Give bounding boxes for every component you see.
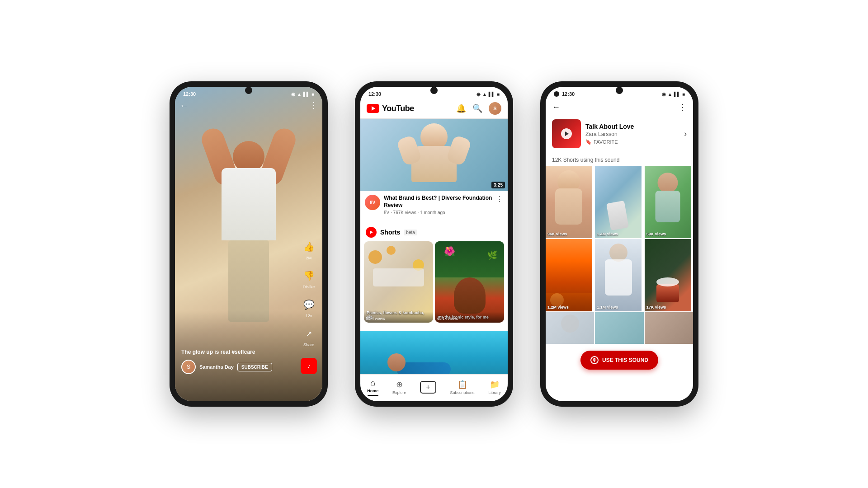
like-count: 2M (306, 256, 312, 260)
shorts-section: Shorts beta Picnics, flowers & kombucha,… (360, 222, 508, 327)
comment-button[interactable]: 💬 12x (301, 296, 317, 318)
nav-library[interactable]: 📁 Library (488, 380, 501, 395)
grid-item-6[interactable]: 17K views (645, 239, 691, 311)
nav-explore[interactable]: ⊕ Explore (392, 380, 406, 395)
grid-bg-2 (595, 166, 642, 238)
grid-item-3[interactable]: 59K views (645, 166, 691, 238)
grid-item-1[interactable]: 96K views (546, 166, 592, 238)
shorts-action-buttons: 👍 2M 👎 Dislike 💬 12x ↗ Share (301, 239, 317, 347)
status-icons-1: ◉ ▲ ▌▌ ■ (291, 92, 314, 97)
grid-views-6: 17K views (646, 305, 666, 310)
nav-home-label: Home (367, 389, 378, 393)
track-chevron-icon: › (684, 129, 687, 139)
music-button[interactable]: ♪ (301, 358, 317, 374)
notifications-icon[interactable]: 🔔 (456, 103, 466, 113)
track-thumbnail (552, 119, 581, 148)
grid-item-2[interactable]: 1.4M views (595, 166, 642, 238)
short-item-2[interactable]: 🌺 🌿 It's the iconic style, for me 41.1k … (435, 241, 504, 323)
grid-views-2: 1.4M views (597, 232, 618, 236)
time-2: 12:30 (368, 91, 381, 97)
shorts-nav-back[interactable]: ← (179, 100, 189, 111)
youtube-title: YouTube (382, 104, 414, 113)
use-sound-button[interactable]: 🎙 USE THIS SOUND (580, 351, 658, 370)
shorts-beta-badge: beta (404, 230, 417, 235)
phone-3: 12:30 ◉ ▲ ▌▌ ■ ← ⋮ Talk About Love Zara … (540, 81, 698, 407)
track-favorite-button[interactable]: 🔖 FAVORITE (585, 139, 679, 145)
search-icon[interactable]: 🔍 (472, 103, 482, 113)
grid-item-4[interactable]: 1.2M views (546, 239, 592, 311)
bookmark-icon: 🔖 (585, 139, 592, 145)
youtube-logo: YouTube (367, 104, 414, 113)
nav-subscriptions[interactable]: 📋 Subscriptions (450, 380, 475, 395)
phone-2-screen: 12:30 ◉ ▲ ▌▌ ■ YouTube 🔔 🔍 S (360, 87, 508, 401)
shorts-more-button[interactable]: ⋮ (310, 100, 318, 110)
grid-views-4: 1.2M views (547, 305, 569, 310)
shorts-bottom-info: The glow up is real #selfcare S Samantha… (181, 349, 295, 374)
grid-item-8[interactable] (595, 312, 643, 344)
time-1: 12:30 (183, 91, 196, 97)
youtube-header: YouTube 🔔 🔍 S (360, 99, 508, 119)
user-row: S Samantha Day SUBSCRIBE (181, 360, 295, 374)
phone-3-notch (616, 87, 623, 94)
more-options-button[interactable]: ⋮ (679, 102, 687, 112)
nav-home[interactable]: ⌂ Home (367, 378, 378, 396)
header-icons: 🔔 🔍 S (456, 102, 501, 115)
comment-count: 12x (306, 314, 312, 318)
video-card-1: 3:25 8V What Brand is Best? | Diverse Fo… (360, 119, 508, 219)
grid-item-7[interactable] (546, 312, 594, 344)
duration-badge: 3:25 (491, 182, 505, 188)
status-icons-3: ◉ ▲ ▌▌ ■ (662, 92, 685, 97)
back-button[interactable]: ← (552, 103, 560, 112)
shorts-logo (366, 227, 377, 238)
like-icon: 👍 (301, 239, 317, 255)
use-sound-label: USE THIS SOUND (602, 357, 648, 363)
nav-create[interactable]: + (420, 381, 436, 394)
subscriptions-icon: 📋 (458, 380, 467, 389)
dislike-button[interactable]: 👎 Dislike (301, 267, 317, 289)
grid-row-3-partial (546, 312, 693, 344)
time-3: 12:30 (562, 91, 575, 97)
like-button[interactable]: 👍 2M (301, 239, 317, 260)
grid-bg-5 (595, 239, 642, 311)
bottom-navigation: ⌂ Home ⊕ Explore + 📋 Subscriptions 📁 Lib… (360, 374, 508, 401)
phone-2: 12:30 ◉ ▲ ▌▌ ■ YouTube 🔔 🔍 S (355, 81, 513, 407)
user-avatar-header[interactable]: S (489, 102, 501, 115)
youtube-icon (367, 104, 379, 113)
grid-views-5: 1.1M views (597, 305, 618, 310)
phone-3-bottom-nav (546, 378, 693, 401)
explore-icon: ⊕ (396, 380, 403, 389)
video-stats: 8V · 767K views · 1 month ago (384, 210, 492, 215)
track-title: Talk About Love (585, 123, 679, 130)
short-item-1[interactable]: Picnics, flowers & kombucha, plz 50M vie… (364, 241, 433, 323)
comment-icon: 💬 (301, 296, 317, 313)
video-more-button[interactable]: ⋮ (496, 195, 503, 215)
share-icon: ↗ (301, 325, 317, 342)
short-1-views: 50M views (364, 312, 433, 323)
video-metadata: What Brand is Best? | Diverse Foundation… (384, 195, 492, 215)
subscribe-button[interactable]: SUBSCRIBE (237, 363, 272, 371)
nav-active-indicator (368, 395, 378, 396)
grid-bg-1 (546, 166, 592, 238)
back-icon[interactable]: ← (179, 100, 189, 111)
nav-library-label: Library (488, 390, 501, 395)
shorts-grid: Picnics, flowers & kombucha, plz 50M vie… (360, 241, 508, 323)
share-button[interactable]: ↗ Share (301, 325, 317, 347)
track-details: Talk About Love Zara Larsson 🔖 FAVORITE (585, 123, 679, 145)
grid-item-9[interactable] (645, 312, 693, 344)
phone-1: 12:30 ◉ ▲ ▌▌ ■ ← ⋮ 👍 2M 👎 Dislike � (170, 81, 328, 407)
favorite-label: FAVORITE (594, 139, 618, 145)
dislike-icon: 👎 (301, 267, 317, 284)
phone-2-notch (430, 87, 438, 94)
status-bar-1: 12:30 ◉ ▲ ▌▌ ■ (175, 87, 322, 99)
video-thumbnail: 3:25 (360, 119, 508, 191)
grid-views-3: 59K views (646, 232, 666, 236)
track-artist: Zara Larsson (585, 131, 679, 137)
phone-3-screen: 12:30 ◉ ▲ ▌▌ ■ ← ⋮ Talk About Love Zara … (546, 87, 693, 401)
share-label: Share (303, 343, 314, 347)
play-button[interactable] (561, 128, 572, 139)
grid-bg-4 (546, 239, 592, 311)
grid-item-5[interactable]: 1.1M views (595, 239, 642, 311)
mic-icon: 🎙 (590, 356, 599, 364)
video-title: What Brand is Best? | Diverse Foundation… (384, 195, 492, 209)
nav-subscriptions-label: Subscriptions (450, 390, 475, 395)
